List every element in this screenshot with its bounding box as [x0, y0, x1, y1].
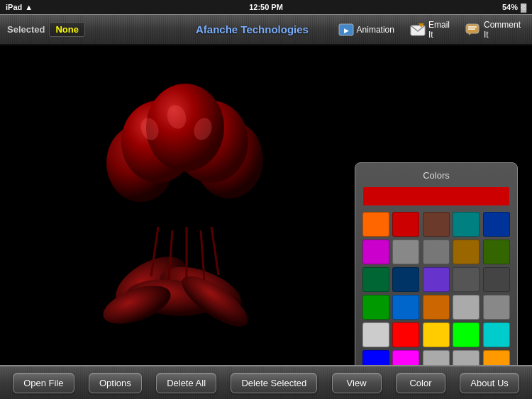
color-swatch[interactable] — [483, 322, 510, 347]
status-left: iPad ▲ — [6, 3, 33, 11]
toolbar-right: ▶ Animation Email It — [334, 17, 525, 43]
color-swatch[interactable] — [392, 212, 419, 237]
selected-label: Selected — [7, 24, 45, 35]
color-swatch[interactable] — [362, 322, 389, 347]
open-file-button[interactable]: Open File — [13, 373, 74, 393]
animation-button[interactable]: ▶ Animation — [334, 21, 399, 39]
email-icon — [410, 23, 426, 36]
selected-value: None — [49, 22, 85, 37]
color-preview[interactable] — [362, 186, 510, 206]
battery-icon: ▓ — [521, 3, 526, 11]
svg-marker-5 — [468, 33, 471, 35]
color-swatch[interactable] — [362, 240, 389, 264]
color-swatch[interactable] — [453, 212, 480, 237]
color-swatch[interactable] — [423, 240, 450, 264]
color-swatch[interactable] — [483, 267, 510, 292]
carrier-label: iPad — [6, 3, 22, 11]
color-swatch[interactable] — [423, 295, 450, 320]
color-swatch[interactable] — [392, 350, 419, 365]
color-swatch[interactable] — [392, 267, 419, 292]
delete-all-button[interactable]: Delete All — [156, 373, 216, 393]
comment-button[interactable]: Comment It — [461, 17, 525, 43]
color-swatch[interactable] — [483, 350, 510, 365]
battery-label: 54% — [502, 3, 518, 11]
color-swatch[interactable] — [453, 350, 480, 365]
color-swatch[interactable] — [483, 212, 510, 237]
color-swatch[interactable] — [453, 267, 480, 292]
color-swatch[interactable] — [392, 240, 419, 264]
colors-panel: Colors — [355, 162, 518, 365]
status-time: 12:50 PM — [249, 3, 283, 11]
status-right: 54% ▓ — [502, 3, 526, 11]
toolbar-left: Selected None — [7, 22, 170, 37]
color-swatch[interactable] — [392, 322, 419, 347]
color-swatch[interactable] — [423, 267, 450, 292]
color-button[interactable]: Color — [396, 373, 445, 393]
color-swatch[interactable] — [453, 240, 480, 264]
status-bar: iPad ▲ 12:50 PM 54% ▓ — [0, 0, 532, 14]
color-swatch[interactable] — [423, 350, 450, 365]
color-swatch[interactable] — [362, 267, 389, 292]
color-grid — [362, 212, 510, 365]
main-canvas: Colors — [0, 45, 532, 365]
comment-label: Comment It — [484, 20, 521, 40]
color-swatch[interactable] — [392, 295, 419, 320]
toolbar: Selected None Afanche Technologies ▶ Ani… — [0, 14, 532, 45]
svg-line-17 — [211, 227, 218, 275]
email-label: Email It — [428, 20, 450, 40]
color-swatch[interactable] — [483, 295, 510, 320]
bottom-toolbar: Open File Options Delete All Delete Sele… — [0, 365, 532, 399]
colors-panel-title: Colors — [362, 170, 510, 181]
comment-icon — [465, 23, 481, 36]
color-swatch[interactable] — [423, 212, 450, 237]
color-swatch[interactable] — [423, 322, 450, 347]
color-swatch[interactable] — [362, 350, 389, 365]
color-swatch[interactable] — [453, 295, 480, 320]
color-swatch[interactable] — [362, 295, 389, 320]
wifi-icon: ▲ — [25, 3, 33, 11]
color-swatch[interactable] — [362, 212, 389, 237]
view-button[interactable]: View — [332, 373, 382, 393]
svg-text:▶: ▶ — [343, 27, 348, 34]
app-title: Afanche Technologies — [170, 23, 333, 35]
animation-label: Animation — [357, 25, 394, 35]
color-swatch[interactable] — [483, 240, 510, 264]
balloon-art — [87, 71, 286, 340]
options-button[interactable]: Options — [89, 373, 142, 393]
email-button[interactable]: Email It — [406, 17, 454, 43]
color-swatch[interactable] — [453, 322, 480, 347]
about-us-button[interactable]: About Us — [460, 373, 519, 393]
animation-icon: ▶ — [338, 23, 354, 36]
delete-selected-button[interactable]: Delete Selected — [231, 373, 317, 393]
